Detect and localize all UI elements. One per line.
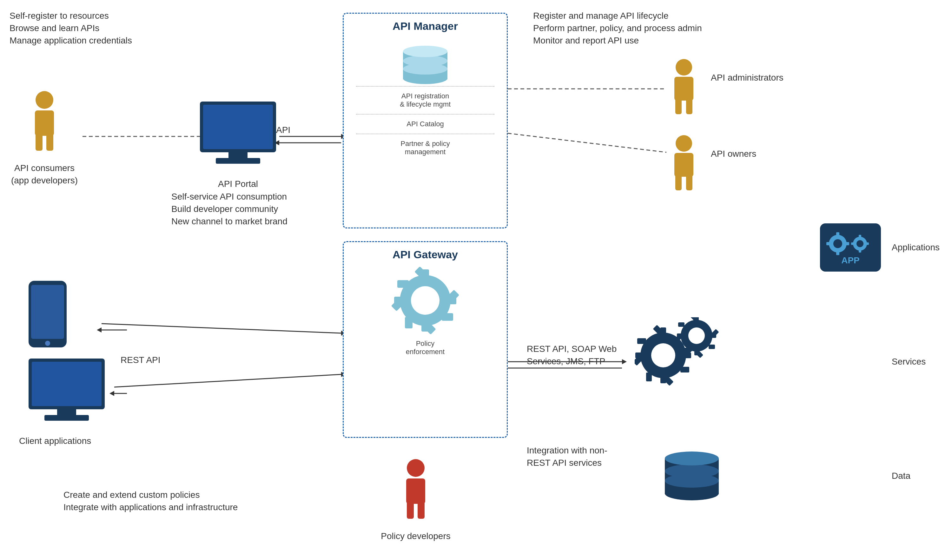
client-applications-label: Client applications [19, 435, 91, 447]
svg-point-104 [665, 452, 719, 466]
svg-rect-46 [674, 77, 693, 100]
api-gateway-section1: Policy enforcement [403, 337, 448, 358]
svg-rect-57 [836, 232, 839, 237]
svg-rect-24 [203, 105, 273, 149]
svg-rect-25 [229, 152, 247, 159]
svg-rect-21 [36, 133, 43, 151]
svg-rect-96 [683, 348, 688, 354]
api-manager-section3: Partner & policy management [397, 137, 453, 159]
svg-rect-52 [686, 174, 692, 190]
svg-rect-20 [35, 110, 54, 136]
svg-line-7 [102, 324, 341, 333]
api-flow-label: API [276, 124, 291, 136]
svg-point-31 [403, 46, 447, 57]
top-right-description: Register and manage API lifecycle Perfor… [533, 9, 702, 47]
svg-rect-73 [45, 415, 89, 421]
svg-rect-85 [637, 338, 646, 344]
svg-rect-81 [680, 367, 689, 372]
svg-point-19 [36, 91, 53, 109]
svg-point-33 [411, 286, 439, 315]
phone-icon [25, 279, 70, 350]
api-manager-title: API Manager [393, 20, 458, 32]
svg-point-56 [833, 239, 842, 248]
api-gateway-title: API Gateway [393, 248, 458, 261]
svg-point-103 [665, 474, 719, 487]
self-service-text: Self-service API consumption Build devel… [172, 190, 324, 228]
svg-line-11 [114, 374, 341, 387]
svg-rect-63 [859, 235, 861, 239]
policy-developers-label: Policy developers [359, 530, 473, 542]
top-left-description: Self-register to resources Browse and le… [9, 9, 132, 47]
api-consumer-label: API consumers (app developers) [6, 162, 82, 187]
data-label: Data [892, 470, 910, 482]
svg-rect-65 [865, 242, 869, 245]
svg-rect-108 [417, 501, 425, 519]
svg-marker-10 [97, 327, 102, 333]
api-admin-label: API administrators [711, 71, 806, 84]
svg-rect-60 [826, 242, 831, 245]
svg-line-6 [508, 133, 666, 152]
svg-rect-47 [675, 98, 682, 114]
svg-point-49 [675, 135, 692, 152]
api-portal-icon [197, 98, 279, 170]
svg-rect-64 [859, 249, 861, 253]
svg-point-105 [407, 459, 425, 477]
api-manager-box: API Manager API registration & lifecycle… [343, 13, 508, 228]
svg-point-69 [45, 341, 50, 346]
svg-rect-51 [675, 174, 682, 190]
svg-rect-107 [407, 501, 414, 519]
svg-point-62 [856, 240, 864, 247]
rest-soap-label: REST API, SOAP Web Services, JMS, FTP [527, 342, 641, 367]
api-manager-section2: API Catalog [403, 117, 447, 131]
svg-rect-39 [442, 313, 453, 321]
policy-developer-figure [397, 457, 435, 521]
client-monitor-icon [25, 355, 108, 426]
svg-rect-26 [216, 158, 260, 164]
data-cylinder-icon [660, 438, 723, 503]
svg-rect-94 [709, 344, 715, 349]
svg-rect-98 [678, 322, 685, 327]
svg-rect-41 [405, 317, 413, 329]
bottom-right-text: Integration with non- REST API services [527, 444, 641, 469]
svg-rect-50 [674, 153, 693, 177]
bottom-left-text: Create and extend custom policies Integr… [63, 489, 324, 513]
svg-point-75 [651, 343, 675, 367]
api-admin-figure [666, 57, 701, 119]
api-owner-label: API owners [711, 148, 774, 160]
svg-rect-22 [46, 133, 53, 151]
svg-point-45 [675, 59, 692, 76]
svg-rect-83 [646, 372, 652, 381]
svg-rect-43 [397, 280, 409, 288]
rest-api-label: REST API [121, 354, 161, 366]
svg-point-88 [688, 327, 705, 344]
services-label: Services [892, 355, 926, 368]
api-manager-section1: API registration & lifecycle mgmt [397, 89, 454, 111]
svg-rect-106 [406, 478, 425, 504]
api-owner-figure [666, 133, 701, 195]
api-gateway-box: API Gateway Policy enforcement [343, 241, 508, 438]
api-consumer-figure [25, 89, 63, 154]
applications-label: Applications [892, 241, 940, 253]
svg-point-30 [403, 63, 447, 74]
svg-rect-71 [32, 362, 102, 406]
api-portal-label: API Portal [206, 178, 270, 190]
svg-rect-72 [57, 409, 76, 416]
svg-rect-66 [851, 242, 855, 245]
svg-rect-48 [686, 98, 692, 114]
svg-text:APP: APP [841, 255, 860, 265]
svg-rect-59 [844, 242, 849, 245]
svg-rect-68 [31, 285, 64, 339]
applications-icon: APP [819, 222, 882, 274]
services-gears-icon [635, 317, 723, 392]
diagram-container: Self-register to resources Browse and le… [0, 0, 952, 560]
svg-marker-14 [110, 391, 114, 396]
svg-rect-58 [836, 250, 839, 255]
